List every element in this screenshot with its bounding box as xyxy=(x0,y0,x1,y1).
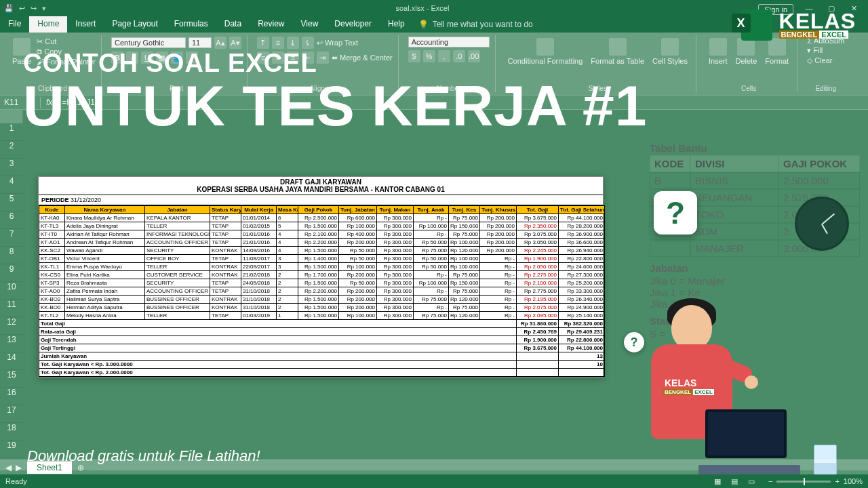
tab-developer[interactable]: Developer xyxy=(326,16,380,33)
embed-cell: 3 xyxy=(277,263,298,271)
sheet-nav-next-icon[interactable]: ▶ xyxy=(16,463,22,472)
embed-cell: 01/01/2016 xyxy=(241,230,277,239)
row-header[interactable]: 1 xyxy=(0,123,23,141)
embed-cell: Elina Putri Kartika xyxy=(65,271,145,279)
row-header[interactable]: 8 xyxy=(0,247,23,264)
rt-cell: B xyxy=(650,172,690,189)
embed-cell: Rp 50.000 xyxy=(339,247,377,255)
align-middle-icon[interactable]: ≡ xyxy=(272,37,284,49)
zoom-in-icon[interactable]: + xyxy=(835,477,839,485)
align-top-icon[interactable]: ⤒ xyxy=(257,37,269,49)
embed-cell: Rp 2.095.000 xyxy=(517,312,559,320)
embed-cell: Rp 300.000 xyxy=(377,271,414,279)
embed-cell: TETAP xyxy=(210,312,241,320)
embed-cell: KT-TL3 xyxy=(39,222,65,230)
embed-cell: Rp 200.000 xyxy=(339,239,377,247)
sheet-nav-prev-icon[interactable]: ◀ xyxy=(5,463,12,472)
embed-cell: Rp 100.000 xyxy=(339,222,377,230)
row-header[interactable]: 2 xyxy=(0,141,23,159)
row-header[interactable]: 14 xyxy=(0,352,23,370)
embed-cell: Rp 200.000 xyxy=(339,271,377,279)
row-header[interactable]: 11 xyxy=(0,300,23,317)
embed-cell: TETAP xyxy=(210,230,241,239)
tab-home[interactable]: Home xyxy=(29,16,67,33)
decrease-font-icon[interactable]: A▾ xyxy=(229,37,241,49)
embed-cell: Andrean At Tafiqur Rohman xyxy=(65,239,145,247)
embed-cell: Rp 2.075.000 xyxy=(517,304,559,312)
row-header[interactable]: 6 xyxy=(0,211,23,229)
embed-cell: KONTRAK xyxy=(210,247,241,255)
row-header[interactable]: 4 xyxy=(0,176,23,194)
embed-cell: 22/09/2017 xyxy=(241,263,277,271)
zoom-control[interactable]: − + 100% xyxy=(768,477,863,485)
embed-cell: Rp 150.000 xyxy=(449,279,480,287)
embed-summary-label: Rata-rata Gaji xyxy=(39,328,517,336)
row-header[interactable]: 10 xyxy=(0,282,23,300)
increase-font-icon[interactable]: A▴ xyxy=(214,37,226,49)
embed-cell: TELLER xyxy=(145,222,210,230)
undo-icon[interactable]: ↩ xyxy=(19,4,25,13)
row-header[interactable]: 13 xyxy=(0,335,23,352)
tab-review[interactable]: Review xyxy=(250,16,292,33)
embed-cell: Rp - xyxy=(480,312,517,320)
embed-cell: Rp 1.500.000 xyxy=(298,312,339,320)
embed-cell: Rp - xyxy=(480,304,517,312)
embed-cell: 01/03/2019 xyxy=(241,312,277,320)
tab-page-layout[interactable]: Page Layout xyxy=(104,16,165,33)
row-header[interactable]: 9 xyxy=(0,264,23,282)
embed-summary-label: Jumlah Karyawan xyxy=(39,352,517,361)
wrap-text-button[interactable]: ↩ Wrap Text xyxy=(317,39,358,47)
view-normal-icon[interactable]: ▦ xyxy=(710,477,725,486)
save-icon[interactable]: 💾 xyxy=(4,4,14,13)
row-header[interactable]: 15 xyxy=(0,370,23,388)
row-header[interactable]: 17 xyxy=(0,405,23,423)
embed-cell: KK-BO2 xyxy=(39,296,65,304)
embed-cell: Rp 300.000 xyxy=(377,296,414,304)
redo-icon[interactable]: ↪ xyxy=(31,4,37,13)
cut-button[interactable]: ✂ Cut xyxy=(37,37,96,46)
embed-cell: Rp 2.050.000 xyxy=(517,263,559,271)
embed-summary-val1 xyxy=(517,352,559,361)
embed-summary-val2: Rp 22.800.000 xyxy=(559,336,605,344)
tab-view[interactable]: View xyxy=(293,16,327,33)
align-bottom-icon[interactable]: ⤓ xyxy=(287,37,299,49)
embed-cell: Rp 28.200.000 xyxy=(559,222,605,230)
embed-cell: Rp 300.000 xyxy=(377,279,414,287)
tab-formulas[interactable]: Formulas xyxy=(166,16,216,33)
new-sheet-button[interactable]: ⊕ xyxy=(72,463,90,472)
embed-cell: BUSSINES OFFICER xyxy=(145,296,210,304)
embed-cell: Rp 1.700.000 xyxy=(298,271,339,279)
sheet-tab-sheet1[interactable]: Sheet1 xyxy=(27,461,72,474)
embed-cell: 2 xyxy=(277,279,298,287)
row-header[interactable]: 5 xyxy=(0,194,23,211)
font-name-input[interactable] xyxy=(111,37,186,48)
view-page-layout-icon[interactable]: ▤ xyxy=(727,477,742,486)
orientation-icon[interactable]: ⤹ xyxy=(302,37,314,49)
embed-cell: Rp 1.400.000 xyxy=(298,255,339,263)
tab-insert[interactable]: Insert xyxy=(67,16,104,33)
embed-title: DRAFT GAJI KARYAWAN xyxy=(39,177,603,186)
row-header[interactable]: 3 xyxy=(0,159,23,176)
tab-data[interactable]: Data xyxy=(216,16,250,33)
font-size-input[interactable] xyxy=(189,37,212,48)
row-header[interactable]: 12 xyxy=(0,317,23,335)
zoom-out-icon[interactable]: − xyxy=(768,477,772,485)
embed-cell: SECURITY xyxy=(145,247,210,255)
row-header[interactable]: 7 xyxy=(0,229,23,247)
row-header[interactable]: 19 xyxy=(0,441,23,458)
embed-summary-val2: 13 xyxy=(559,352,605,361)
embed-cell: Rp 2.245.000 xyxy=(517,247,559,255)
row-header[interactable]: 18 xyxy=(0,423,23,441)
embed-cell: Rp 1.900.000 xyxy=(517,255,559,263)
embed-header: Jabatan xyxy=(145,206,210,214)
window-title: soal.xlsx - Excel xyxy=(46,4,799,12)
embed-cell: Rp - xyxy=(414,230,449,239)
view-page-break-icon[interactable]: ▭ xyxy=(744,477,759,486)
number-format-select[interactable] xyxy=(408,37,490,47)
zoom-slider[interactable] xyxy=(776,481,831,483)
row-header[interactable]: 16 xyxy=(0,388,23,405)
embed-cell: TELLER xyxy=(145,312,210,320)
embed-cell: Rp 2.195.000 xyxy=(517,296,559,304)
tab-file[interactable]: File xyxy=(0,16,29,33)
tab-help[interactable]: Help xyxy=(380,16,413,33)
